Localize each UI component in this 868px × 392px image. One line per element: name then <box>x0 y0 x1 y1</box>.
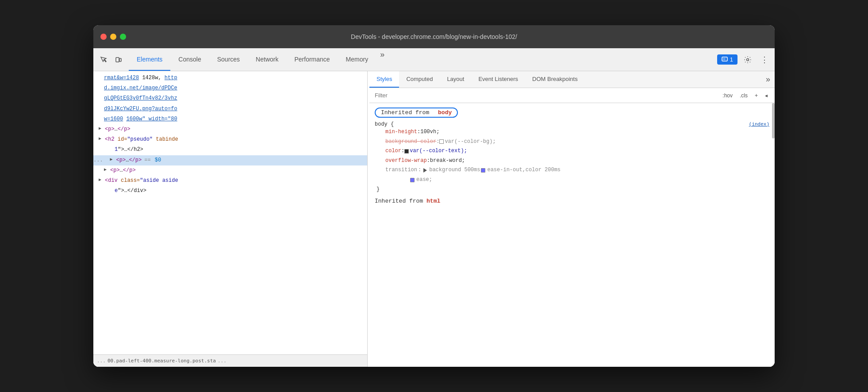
more-options-button[interactable]: ⋮ <box>758 53 771 66</box>
styles-content: Inherited from body body { (index) <box>369 103 775 367</box>
css-property-min-height: min-height : 100vh; <box>375 127 769 137</box>
svg-rect-1 <box>119 58 121 61</box>
dom-url-link5[interactable]: w=1600 <box>104 115 123 123</box>
tab-memory[interactable]: Memory <box>338 48 376 71</box>
dom-bottom-bar: ... 00.pad-left-400.measure-long.post.st… <box>93 354 367 367</box>
dom-line: gLQPGtEG3y0fTn4v82/3vhz <box>93 93 367 104</box>
dom-p3-line: ▶ <p>…</p> <box>93 165 367 176</box>
dom-h2-line: ▶ <h2 id="pseudo" tabinde <box>93 135 367 145</box>
styles-panel: Styles Computed Layout Event Listeners D… <box>369 71 775 367</box>
css-source-link[interactable]: (index) <box>749 122 769 127</box>
add-style-button[interactable]: + <box>753 92 760 100</box>
css-property-overflow-wrap: overflow-wrap : break-word; <box>375 156 769 166</box>
feedback-button[interactable]: ✉ 1 <box>717 54 737 65</box>
text-color-swatch[interactable] <box>404 149 409 154</box>
dom-line: rmat&w=1428 1428w, http <box>93 73 367 83</box>
toolbar-icons <box>97 48 125 71</box>
dom-attr-link[interactable]: rmat&w=1428 <box>104 74 139 82</box>
devtools-container: Elements Console Sources Network Perform… <box>93 48 775 367</box>
css-property-color: color : var(--color-text); <box>375 146 769 156</box>
css-property-background-color: background-color : var(--color-bg); <box>375 137 769 147</box>
svg-point-4 <box>747 58 749 61</box>
device-toolbar-button[interactable] <box>112 53 125 66</box>
dom-p-line: ▶ <p>…</p> <box>93 124 367 135</box>
filter-input[interactable] <box>375 92 721 99</box>
dom-url-link4[interactable]: d9lJKcYw2FU.png?auto=fo <box>104 105 177 113</box>
more-tabs-button[interactable]: » <box>376 48 388 61</box>
fullscreen-button[interactable] <box>120 34 126 40</box>
css-rule-close: } <box>375 185 769 195</box>
inherited-from-html-label: Inherited from html <box>369 195 775 207</box>
inherited-html-tag[interactable]: html <box>426 198 440 204</box>
dom-h2-line2: 1">…</h2> <box>93 145 367 155</box>
filter-bar: :hov .cls + ◂ <box>369 88 775 103</box>
styles-more-tabs-button[interactable]: » <box>761 71 775 88</box>
tab-console[interactable]: Console <box>170 48 209 71</box>
dom-url-link[interactable]: http <box>165 74 177 82</box>
dom-line: d.imgix.net/image/dPDCe <box>93 83 367 93</box>
tab-elements[interactable]: Elements <box>129 48 170 71</box>
top-toolbar: Elements Console Sources Network Perform… <box>93 48 775 71</box>
close-button[interactable] <box>100 34 107 40</box>
title-bar: DevTools - developer.chrome.com/blog/new… <box>93 25 775 48</box>
tab-styles[interactable]: Styles <box>369 71 399 88</box>
dom-line: w=1600 1600w" width="80 <box>93 114 367 124</box>
css-rule-body: body { (index) min-height : 100vh; backg… <box>369 120 775 195</box>
toggle-sidebar-button[interactable]: ◂ <box>763 92 769 100</box>
dom-h2-arrow[interactable]: ▶ <box>99 135 105 142</box>
tab-performance[interactable]: Performance <box>286 48 338 71</box>
inherited-highlight-box: Inherited from body <box>375 108 458 118</box>
dom-url-link2[interactable]: d.imgix.net/image/dPDCe <box>104 84 177 92</box>
dom-expand-arrow[interactable]: ▶ <box>99 125 105 132</box>
inherited-body-tag[interactable]: body <box>438 109 452 116</box>
css-property-transition: transition : background 500ms ease-in-ou… <box>375 165 769 175</box>
css-property-transition-2: ease; <box>375 175 769 185</box>
bg-color-swatch[interactable] <box>439 139 444 144</box>
svg-text:✉: ✉ <box>723 58 726 61</box>
tab-sources[interactable]: Sources <box>209 48 248 71</box>
tab-network[interactable]: Network <box>248 48 286 71</box>
dom-panel: rmat&w=1428 1428w, http d.imgix.net/imag… <box>93 71 368 367</box>
breadcrumb-path: 00.pad-left-400.measure-long.post.sta <box>108 358 216 364</box>
settings-button[interactable] <box>741 53 754 66</box>
svg-rect-0 <box>116 58 119 62</box>
css-selector: body { <box>375 121 394 127</box>
dom-tree: rmat&w=1428 1428w, http d.imgix.net/imag… <box>93 71 367 354</box>
cls-button[interactable]: .cls <box>738 92 749 100</box>
dom-div-arrow[interactable]: ▶ <box>99 177 105 184</box>
tab-event-listeners[interactable]: Event Listeners <box>471 71 525 88</box>
devtools-window: DevTools - developer.chrome.com/blog/new… <box>93 25 775 367</box>
css-rule-header: body { (index) <box>375 121 769 127</box>
dom-line: d9lJKcYw2FU.png?auto=fo <box>93 104 367 114</box>
dom-p2-arrow[interactable]: ▶ <box>110 156 116 163</box>
hov-button[interactable]: :hov <box>721 92 734 100</box>
minimize-button[interactable] <box>110 34 116 40</box>
dom-selected-line[interactable]: ... ▶ <p>…</p> == $0 <box>93 155 367 165</box>
ease-swatch-1[interactable] <box>481 168 485 173</box>
main-tab-list: Elements Console Sources Network Perform… <box>129 48 717 71</box>
main-content: rmat&w=1428 1428w, http d.imgix.net/imag… <box>93 71 775 367</box>
dom-url-link3[interactable]: gLQPGtEG3y0fTn4v82/3vhz <box>104 94 177 103</box>
tab-dom-breakpoints[interactable]: DOM Breakpoints <box>525 71 585 88</box>
dom-attr-link5[interactable]: 1600w" width="80 <box>126 115 177 123</box>
dom-div-line2: e">…</div> <box>93 186 367 196</box>
inherited-from-body-label: Inherited from body <box>369 105 775 120</box>
tab-computed[interactable]: Computed <box>399 71 440 88</box>
traffic-lights <box>100 34 126 40</box>
styles-tab-list: Styles Computed Layout Event Listeners D… <box>369 71 775 88</box>
filter-actions: :hov .cls + ◂ <box>721 92 769 100</box>
dom-p3-arrow[interactable]: ▶ <box>104 166 110 173</box>
toolbar-right: ✉ 1 ⋮ <box>717 48 771 71</box>
dom-div-line: ▶ <div class="aside aside <box>93 176 367 186</box>
inspect-element-button[interactable] <box>97 53 110 66</box>
scrollbar[interactable] <box>772 103 775 138</box>
tab-layout[interactable]: Layout <box>440 71 471 88</box>
ease-swatch-2[interactable] <box>410 178 415 182</box>
window-title: DevTools - developer.chrome.com/blog/new… <box>351 33 517 40</box>
animation-play-button[interactable] <box>423 168 427 173</box>
